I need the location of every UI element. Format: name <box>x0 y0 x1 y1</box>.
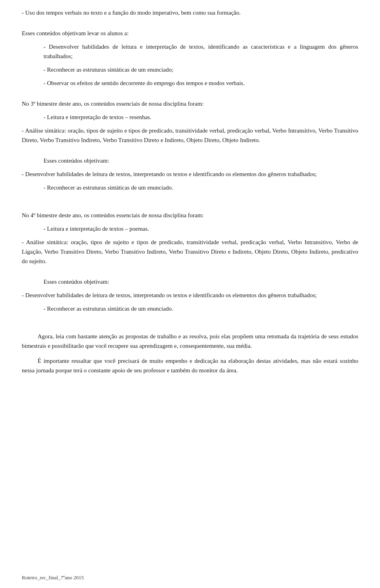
text-objetivam-intro: Esses conteúdos objetivam levar os aluno… <box>22 30 129 36</box>
text-objetivam-item3: - Observar os efeitos de sentido decorre… <box>44 80 245 86</box>
paragraph-objetivam3-item1: - Desenvolver habilidades de leitura de … <box>22 290 358 300</box>
text-4bimestre-item2: - Análise sintática: oração, tipos de su… <box>22 239 358 264</box>
page-content: - Uso dos tempos verbais no texto e a fu… <box>0 0 380 404</box>
paragraph-objetivam2-intro: Esses conteúdos objetivam: <box>22 156 358 165</box>
paragraph-importante: É importante ressaltar que você precisar… <box>22 356 358 375</box>
text-objetivam2-item1: - Desenvolver habilidades de leitura de … <box>22 171 317 177</box>
paragraph-objetivam-item2: - Reconhecer as estruturas sintáticas de… <box>22 65 358 74</box>
text-objetivam3-item1: - Desenvolver habilidades de leitura de … <box>22 292 317 298</box>
text-3bimestre-item2: - Análise sintática: oração, tipos de su… <box>22 127 358 143</box>
paragraph-3bimestre-item1: - Leitura e interpretação de textos – re… <box>22 112 358 122</box>
text-agora: Agora, leia com bastante atenção as prop… <box>22 333 358 349</box>
paragraph-objetivam3-item2: - Reconhecer as estruturas sintáticas de… <box>22 304 358 313</box>
paragraph-objetivam2-item2: - Reconhecer as estruturas sintáticas de… <box>22 183 358 192</box>
text-objetivam2-intro: Esses conteúdos objetivam: <box>44 157 109 164</box>
paragraph-agora: Agora, leia com bastante atenção as prop… <box>22 332 358 351</box>
text-objetivam-item1: - Desenvolver habilidades de leitura e i… <box>44 44 358 59</box>
text-objetivam3-item2: - Reconhecer as estruturas sintáticas de… <box>44 305 173 312</box>
text-uso-tempos: - Uso dos tempos verbais no texto e a fu… <box>22 9 241 16</box>
text-3bimestre-item1: - Leitura e interpretação de textos – re… <box>44 114 151 120</box>
text-objetivam2-item2: - Reconhecer as estruturas sintáticas de… <box>44 184 173 191</box>
paragraph-4bimestre-item1: - Leitura e interpretação de textos – po… <box>22 224 358 233</box>
paragraph-objetivam3-intro: Esses conteúdos objetivam: <box>22 277 358 286</box>
paragraph-objetivam-intro: Esses conteúdos objetivam levar os aluno… <box>22 28 358 38</box>
text-objetivam3-intro: Esses conteúdos objetivam: <box>44 279 109 285</box>
paragraph-3bimestre-item2: - Análise sintática: oração, tipos de su… <box>22 126 358 145</box>
footer: Roteiro_rec_final_7ºano 2015 <box>22 575 84 581</box>
paragraph-objetivam-item3: - Observar os efeitos de sentido decorre… <box>22 78 358 88</box>
paragraph-3bimestre-intro: No 3º bimestre deste ano, os conteúdos e… <box>22 99 358 108</box>
text-4bimestre-item1: - Leitura e interpretação de textos – po… <box>44 226 149 232</box>
text-importante: É importante ressaltar que você precisar… <box>22 358 358 374</box>
paragraph-objetivam2-item1: - Desenvolver habilidades de leitura de … <box>22 169 358 179</box>
paragraph-4bimestre-item2: - Análise sintática: oração, tipos de su… <box>22 237 358 266</box>
text-4bimestre-intro: No 4º bimestre deste ano, os conteúdos e… <box>22 212 204 218</box>
paragraph-4bimestre-intro: No 4º bimestre deste ano, os conteúdos e… <box>22 211 358 220</box>
paragraph-uso-tempos: - Uso dos tempos verbais no texto e a fu… <box>22 8 358 17</box>
paragraph-objetivam-item1: - Desenvolver habilidades de leitura e i… <box>22 42 358 61</box>
text-3bimestre-intro: No 3º bimestre deste ano, os conteúdos e… <box>22 101 204 107</box>
footer-text: Roteiro_rec_final_7ºano 2015 <box>22 575 84 580</box>
text-objetivam-item2: - Reconhecer as estruturas sintáticas de… <box>44 66 173 73</box>
